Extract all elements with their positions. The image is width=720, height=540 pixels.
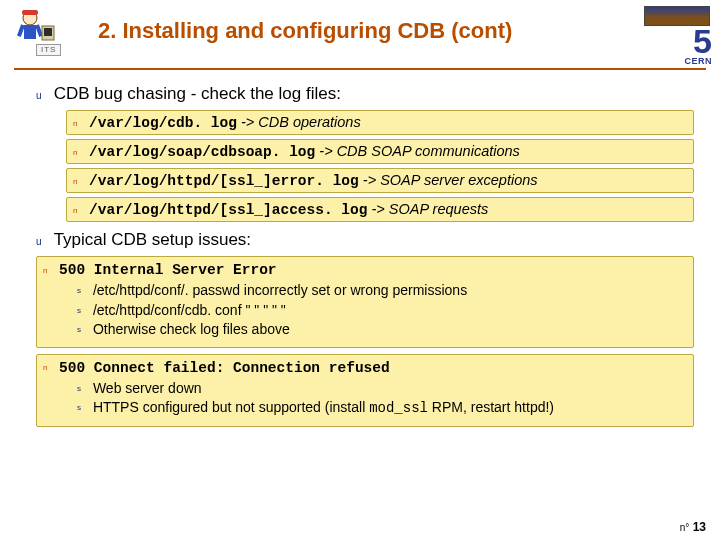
sub-sub-bullet-icon: s — [77, 286, 89, 296]
slide-number-value: 13 — [693, 520, 706, 534]
sub-bullet-icon: n — [73, 119, 85, 128]
svg-rect-2 — [24, 25, 36, 39]
sub-bullet-icon: n — [73, 148, 85, 157]
issue-detail-text: /etc/httpd/conf/cdb. conf " " " " " — [93, 302, 286, 318]
mod-ssl-code: mod_ssl — [369, 400, 428, 416]
issue-detail: s HTTPS configured but not supported (in… — [77, 399, 687, 418]
issue-heading: n 500 Internal Server Error — [43, 261, 687, 278]
sub-bullet-icon: n — [73, 177, 85, 186]
bullet-2-text: Typical CDB setup issues: — [54, 230, 251, 249]
log-path: /var/log/cdb. log — [89, 115, 237, 131]
svg-rect-3 — [17, 24, 25, 37]
log-file-item: n /var/log/soap/cdbsoap. log -> CDB SOAP… — [66, 139, 694, 164]
issue-heading-text: 500 Internal Server Error — [59, 262, 277, 278]
log-desc: -> CDB SOAP communications — [315, 143, 520, 159]
issue-detail: s Otherwise check log files above — [77, 321, 687, 339]
logo-50-number: 5 — [693, 22, 712, 60]
logo-cern-label: CERN — [644, 56, 712, 66]
bullet-marker-icon: u — [36, 90, 50, 101]
bullet-marker-icon: u — [36, 236, 50, 247]
slide-body: u CDB bug chasing - check the log files:… — [0, 76, 720, 427]
issue-heading-text: 500 Connect failed: Connection refused — [59, 360, 390, 376]
sub-sub-bullet-icon: s — [77, 384, 89, 394]
slide-number-label: n° — [680, 522, 690, 533]
svg-rect-6 — [44, 28, 52, 36]
log-file-item: n /var/log/httpd/[ssl_]error. log -> SOA… — [66, 168, 694, 193]
sub-sub-bullet-icon: s — [77, 306, 89, 316]
issue-detail-text: HTTPS configured but not supported (inst… — [93, 399, 554, 415]
log-desc: -> SOAP requests — [367, 201, 488, 217]
slide-header: ITS 2. Installing and configuring CDB (c… — [0, 0, 720, 68]
issue-heading: n 500 Connect failed: Connection refused — [43, 359, 687, 376]
svg-rect-1 — [22, 10, 38, 15]
log-path: /var/log/httpd/[ssl_]access. log — [89, 202, 367, 218]
mascot-area: ITS — [8, 6, 98, 56]
sub-bullet-icon: n — [43, 363, 55, 372]
its-label: ITS — [36, 44, 61, 56]
log-desc: -> CDB operations — [237, 114, 361, 130]
slide-number: n° 13 — [680, 520, 706, 534]
issue-detail: s Web server down — [77, 380, 687, 398]
log-file-item: n /var/log/httpd/[ssl_]access. log -> SO… — [66, 197, 694, 222]
issue-group-2: n 500 Connect failed: Connection refused… — [36, 354, 694, 427]
title-underline — [14, 68, 706, 70]
bullet-1: u CDB bug chasing - check the log files: — [36, 84, 694, 104]
bullet-1-text: CDB bug chasing - check the log files: — [54, 84, 341, 103]
slide-title: 2. Installing and configuring CDB (cont) — [98, 6, 644, 44]
log-desc: -> SOAP server exceptions — [359, 172, 538, 188]
bullet-2: u Typical CDB setup issues: — [36, 230, 694, 250]
sub-bullet-icon: n — [43, 266, 55, 275]
log-path: /var/log/soap/cdbsoap. log — [89, 144, 315, 160]
issue-detail-text: Web server down — [93, 380, 202, 396]
log-path: /var/log/httpd/[ssl_]error. log — [89, 173, 359, 189]
issue-detail-text: Otherwise check log files above — [93, 321, 290, 337]
sub-sub-bullet-icon: s — [77, 325, 89, 335]
mascot-icon — [8, 6, 58, 48]
issue-group-1: n 500 Internal Server Error s /etc/httpd… — [36, 256, 694, 348]
log-file-item: n /var/log/cdb. log -> CDB operations — [66, 110, 694, 135]
sub-bullet-icon: n — [73, 206, 85, 215]
issue-detail-text: /etc/httpd/conf/. passwd incorrectly set… — [93, 282, 467, 298]
issue-detail: s /etc/httpd/conf/. passwd incorrectly s… — [77, 282, 687, 300]
cern-50-logo: 5 CERN — [644, 6, 712, 66]
sub-sub-bullet-icon: s — [77, 403, 89, 413]
issue-detail: s /etc/httpd/conf/cdb. conf " " " " " — [77, 302, 687, 320]
